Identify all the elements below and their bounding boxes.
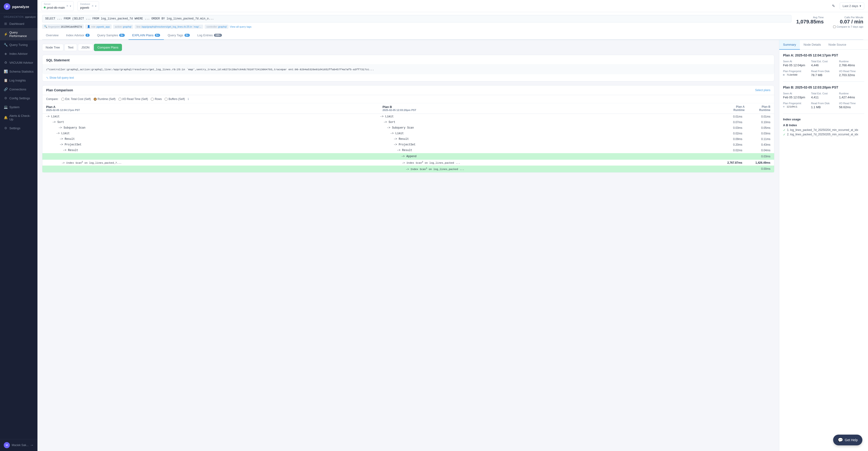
settings-icon: ⚙ — [4, 126, 7, 130]
plan-b-grid-2: Plan Fingerprint ≡ 121d4c1 Read From Dis… — [783, 102, 864, 109]
server-label: Server — [44, 3, 65, 5]
date-range-button[interactable]: Last 2 days ▾ — [840, 2, 865, 9]
avatar: M — [4, 442, 10, 448]
plan-row: -> Subquery Scan -> Subquery Scan 0.03ms… — [42, 125, 774, 131]
radio-buffers[interactable]: Buffers (Self) — [164, 97, 185, 101]
plan-b-fingerprint: Plan Fingerprint ≡ 121d4c1 — [783, 102, 808, 109]
vacuum-icon: ♻ — [4, 61, 7, 64]
topbar-right: ✎ Last 2 days ▾ — [829, 2, 865, 10]
query-header: SELECT ... FROM (SELECT ... FROM log_lin… — [37, 12, 868, 40]
query-tuning-icon: 🔧 — [4, 43, 7, 47]
sidebar-item-connections[interactable]: 🔗 Connections — [0, 85, 37, 94]
radio-est-cost[interactable]: Est. Total Cost (Self) — [61, 97, 91, 101]
sidebar-item-index-advisor[interactable]: ◈ Index Advisor — [0, 49, 37, 58]
compare-options-row: Compare: Est. Total Cost (Self) Runtime … — [42, 95, 774, 103]
sidebar-item-query-performance[interactable]: ⚡ Query Performance — [0, 28, 37, 40]
plan-b-grid: Seen At Feb 05 12:03pm Total Est. Cost 4… — [783, 92, 864, 99]
tab-overview[interactable]: Overview — [42, 31, 62, 40]
fingerprint-icon: ⊞ — [783, 73, 785, 76]
sidebar-item-label: System — [9, 106, 20, 109]
server-status-dot — [44, 6, 45, 8]
server-selector[interactable]: Server prod-db-main ✕ ▾ — [41, 1, 74, 11]
sub-tab-text[interactable]: Text — [64, 44, 77, 51]
plan-row: -> Limit -> Limit 0.02ms 0.03ms — [42, 131, 774, 136]
sidebar-logo[interactable]: P pganalyze — [0, 0, 37, 13]
info-icon: ℹ — [188, 97, 189, 101]
plan-row-highlighted: -> Append 0.03ms — [42, 153, 774, 160]
right-content: Plan A: 2025-02-05 12:04:17pm PST Seen A… — [779, 50, 868, 141]
plan-row: -> Limit -> Limit 0.01ms 0.01ms — [42, 114, 774, 119]
main-area: Server prod-db-main ✕ ▾ Database pgweb ✕… — [37, 0, 868, 451]
sub-tab-compare-plans[interactable]: Compare Plans — [94, 44, 122, 51]
schema-icon: 📊 — [4, 69, 7, 73]
check-icon-2: ✓ — [783, 133, 785, 136]
index-item-2: ✓ 2. log_lines_packed_7d_20250205_min_oc… — [783, 133, 864, 136]
get-help-button[interactable]: 💬 Get Help — [833, 434, 862, 445]
main-panel: Node Tree Text JSON Compare Plans SQL St… — [37, 40, 779, 451]
radio-runtime[interactable]: Runtime (Self) — [94, 97, 116, 101]
plan-a-io-read: I/O Read Time 2,703.32ms — [839, 70, 864, 77]
plan-row: -> Index Scan2 on log_lines_packed_7... … — [42, 160, 774, 166]
server-value: prod-db-main — [47, 6, 65, 9]
right-tab-node-source[interactable]: Node Source — [825, 40, 850, 50]
check-icon-1: ✓ — [783, 128, 785, 132]
plan-row: -> ProjectSet -> ProjectSet 0.20ms 0.43m… — [42, 142, 774, 148]
db-chevron-icon[interactable]: ▾ — [95, 4, 96, 8]
sidebar-item-log-insights[interactable]: 📋 Log Insights — [0, 76, 37, 85]
query-samples-badge: 5+ — [119, 34, 125, 37]
server-close-icon[interactable]: ✕ — [66, 4, 68, 7]
select-plans-link[interactable]: Select plans — [755, 89, 770, 92]
logout-icon[interactable]: → — [30, 443, 34, 447]
date-range-label: Last 2 days — [843, 4, 859, 8]
sidebar-item-query-tuning[interactable]: 🔧 Query Tuning — [0, 40, 37, 49]
db-close-icon[interactable]: ✕ — [92, 4, 94, 7]
plan-rows: -> Limit -> Limit 0.01ms 0.01ms -> Sort … — [42, 114, 774, 172]
plan-a-runtime: Runtime 2,768.46ms — [839, 60, 864, 67]
col-plan-a: Plan A 2025-02-05 12:04:17pm PST — [46, 105, 382, 112]
tab-index-advisor[interactable]: Index Advisor 1 — [62, 31, 93, 40]
compare-checkbox[interactable] — [833, 26, 836, 28]
query-sql-preview: SELECT ... FROM (SELECT ... FROM log_lin… — [42, 15, 792, 23]
config-icon: ⚙ — [4, 96, 7, 100]
sidebar-user: M Maciek Sak... — [4, 442, 29, 448]
alerts-icon: 🔔 — [4, 116, 7, 119]
sub-tab-node-tree[interactable]: Node Tree — [42, 44, 63, 51]
index-name: A B Index — [783, 123, 864, 127]
sidebar-item-alerts[interactable]: 🔔 Alerts & Check-Up — [0, 112, 37, 124]
view-all-tags-link[interactable]: View all query tags — [230, 25, 251, 28]
edit-icon[interactable]: ✎ — [829, 2, 838, 10]
database-selector[interactable]: Database pgweb ✕ ▾ — [78, 1, 99, 11]
sidebar-item-system[interactable]: 💻 System — [0, 102, 37, 112]
plan-b-read-disk: Read From Disk 1.1 MB — [811, 102, 836, 109]
sidebar-item-config-settings[interactable]: ⚙ Config Settings — [0, 94, 37, 102]
right-tab-summary[interactable]: Summary — [779, 40, 800, 50]
index-advisor-badge: 1 — [86, 34, 90, 37]
sidebar-item-schema-statistics[interactable]: 📊 Schema Statistics — [0, 67, 37, 76]
sidebar-item-dashboard[interactable]: ⊞ Dashboard — [0, 19, 37, 28]
line-tag: line /app/graphql/resolvers/get_log_line… — [134, 25, 203, 29]
plan-b-seen-at: Seen At Feb 05 12:03pm — [783, 92, 808, 99]
fingerprint-b-icon: ≡ — [783, 106, 785, 108]
server-chevron-icon[interactable]: ▾ — [70, 4, 71, 8]
divider-2 — [783, 114, 864, 114]
plan-comparison-card: Plan Comparison Select plans Compare: Es… — [42, 85, 774, 172]
tab-explain-plans[interactable]: EXPLAIN Plans 5+ — [128, 31, 164, 40]
tab-log-entries[interactable]: Log Entries 100+ — [194, 31, 226, 40]
role-tag: 👤 role pgweb_app — [85, 24, 112, 29]
sidebar-item-vacuum-advisor[interactable]: ♻ VACUUM Advisor — [0, 58, 37, 67]
show-full-link[interactable]: ⤡ Show full query text — [42, 74, 774, 81]
col-plan-b-runtime: Plan BRuntime — [745, 105, 770, 112]
right-tab-node-details[interactable]: Node Details — [800, 40, 825, 50]
radio-rows[interactable]: Rows — [151, 97, 162, 101]
sql-statement-title: SQL Statement — [42, 55, 774, 65]
tab-query-samples[interactable]: Query Samples 5+ — [93, 31, 128, 40]
get-help-icon: 💬 — [838, 438, 843, 443]
sidebar-item-label: Query Performance — [9, 31, 34, 38]
radio-io-read[interactable]: I/O Read Time (Self) — [119, 97, 148, 101]
plan-row: -> Result -> Result 0.02ms 0.04ms — [42, 148, 774, 153]
tab-query-tags[interactable]: Query Tags 5+ — [164, 31, 194, 40]
log-icon: 📋 — [4, 79, 7, 82]
sidebar-item-settings[interactable]: ⚙ Settings — [0, 124, 37, 132]
sub-tab-json[interactable]: JSON — [78, 44, 93, 51]
plan-a-title: Plan A: 2025-02-05 12:04:17pm PST — [783, 53, 864, 57]
